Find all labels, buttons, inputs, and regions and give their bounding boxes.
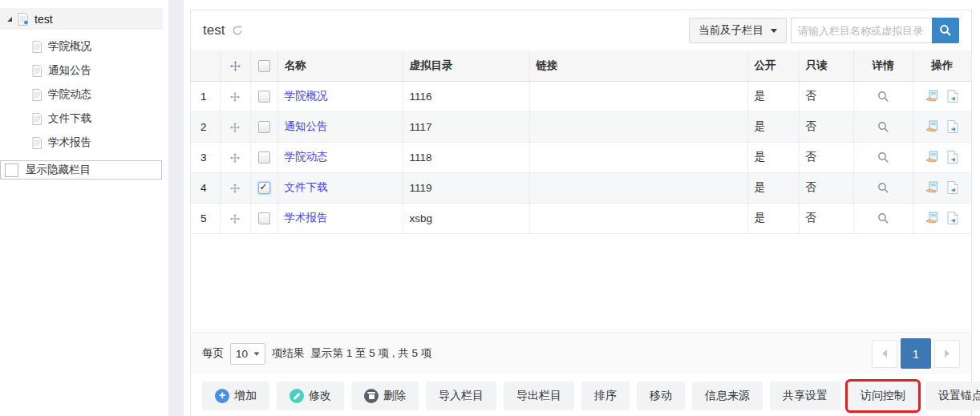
row-readonly: 否 <box>799 203 853 233</box>
publish-icon[interactable] <box>925 90 939 103</box>
table-row: 5 学术报告 xsbg 是 否 <box>191 203 971 233</box>
document-icon <box>32 65 43 77</box>
move-handle-icon <box>230 61 241 71</box>
sort-button[interactable]: 排序 <box>581 382 630 410</box>
row-link-cell <box>529 142 747 172</box>
publish-icon[interactable] <box>925 181 939 194</box>
refresh-icon[interactable] <box>232 25 243 36</box>
sidebar-item-1[interactable]: 学院概况 <box>0 34 168 59</box>
per-page-select[interactable]: 10 <box>230 343 265 365</box>
row-index: 2 <box>191 111 220 142</box>
import-columns-button[interactable]: 导入栏目 <box>426 382 496 410</box>
table-row: 4 文件下载 1119 是 否 <box>191 172 971 203</box>
search-input[interactable] <box>791 18 932 43</box>
col-header-detail: 详情 <box>853 50 913 81</box>
row-checkbox[interactable] <box>258 91 270 103</box>
page-export-icon[interactable] <box>947 181 958 194</box>
sidebar-item-5[interactable]: 学术报告 <box>0 131 168 155</box>
show-hidden-columns-toggle[interactable]: 显示隐藏栏目 <box>0 160 162 180</box>
row-readonly: 否 <box>799 111 853 142</box>
table-row: 1 学院概况 1116 是 否 <box>191 81 971 111</box>
publish-icon[interactable] <box>925 151 939 164</box>
col-header-virtual-dir: 虚拟目录 <box>403 50 529 81</box>
row-name-link[interactable]: 文件下载 <box>285 181 328 193</box>
row-move-handle[interactable] <box>220 142 250 172</box>
column-root-icon <box>18 13 29 26</box>
table-row: 3 学院动态 1118 是 否 <box>191 142 971 172</box>
sidebar-item-label: 学术报告 <box>48 135 91 150</box>
row-checkbox[interactable] <box>258 121 270 133</box>
sidebar-item-4[interactable]: 文件下载 <box>0 107 168 131</box>
row-move-handle[interactable] <box>220 81 250 111</box>
publish-icon[interactable] <box>925 120 939 133</box>
publish-icon[interactable] <box>925 212 939 224</box>
detail-magnifier-icon[interactable] <box>877 182 889 194</box>
detail-magnifier-icon[interactable] <box>877 151 889 164</box>
show-hidden-checkbox[interactable] <box>5 164 18 177</box>
row-readonly: 否 <box>799 142 853 172</box>
page-title: test <box>203 22 225 38</box>
col-header-readonly: 只读 <box>799 50 853 81</box>
move-handle-icon <box>230 184 240 193</box>
prev-arrow-icon <box>882 349 887 357</box>
page-1-button[interactable]: 1 <box>901 338 931 369</box>
tree-expand-icon[interactable] <box>7 17 12 22</box>
col-header-index <box>191 50 220 81</box>
share-settings-button[interactable]: 共享设置 <box>770 382 840 410</box>
sidebar-root-node[interactable]: test <box>0 8 163 30</box>
delete-button[interactable]: 删除 <box>351 382 419 410</box>
select-all-checkbox[interactable] <box>258 60 270 72</box>
row-name-link[interactable]: 学院动态 <box>285 151 328 163</box>
search-button[interactable] <box>932 18 959 43</box>
row-public: 是 <box>747 203 799 233</box>
move-handle-icon <box>230 92 240 102</box>
pagination-summary: 显示第 1 至 5 项 , 共 5 项 <box>311 346 432 361</box>
set-anchor-button[interactable]: 设置锚点 <box>925 382 980 410</box>
row-move-handle[interactable] <box>220 111 250 142</box>
row-link-cell <box>529 111 747 142</box>
row-name-link[interactable]: 学术报告 <box>285 212 328 224</box>
scope-dropdown[interactable]: 当前及子栏目 <box>689 18 787 43</box>
row-virtual-dir: 1119 <box>403 172 529 203</box>
page-export-icon[interactable] <box>947 90 958 103</box>
move-handle-icon <box>230 214 240 224</box>
sidebar-splitter[interactable] <box>168 0 184 416</box>
toolbar-button-label: 移动 <box>650 389 672 403</box>
row-checkbox[interactable] <box>258 212 270 224</box>
detail-magnifier-icon[interactable] <box>877 91 889 103</box>
row-public: 是 <box>747 142 799 172</box>
page-export-icon[interactable] <box>947 151 958 164</box>
row-checkbox[interactable] <box>258 182 270 194</box>
sidebar-item-3[interactable]: 学院动态 <box>0 83 168 107</box>
prev-page-button[interactable] <box>872 340 897 368</box>
toolbar-button-label: 共享设置 <box>783 389 828 403</box>
row-checkbox[interactable] <box>258 151 270 164</box>
col-header-public: 公开 <box>747 50 799 81</box>
detail-magnifier-icon[interactable] <box>877 212 889 224</box>
access-control-button[interactable]: 访问控制 <box>848 382 918 410</box>
add-button[interactable]: 增加 <box>202 382 269 410</box>
row-move-handle[interactable] <box>220 172 250 203</box>
panel-header: test 当前及子栏目 <box>191 10 971 50</box>
edit-button[interactable]: 修改 <box>277 382 344 410</box>
row-virtual-dir: 1117 <box>403 111 529 142</box>
col-header-link: 链接 <box>529 50 747 81</box>
export-columns-button[interactable]: 导出栏目 <box>504 382 574 410</box>
sidebar-item-2[interactable]: 通知公告 <box>0 59 168 83</box>
sidebar-item-label: 通知公告 <box>48 63 91 78</box>
info-source-button[interactable]: 信息来源 <box>692 382 763 410</box>
toolbar-button-label: 排序 <box>594 389 617 403</box>
page-export-icon[interactable] <box>947 212 958 224</box>
sidebar-item-label: 学院概况 <box>48 39 91 54</box>
row-name-link[interactable]: 学院概况 <box>285 90 328 102</box>
move-button[interactable]: 移动 <box>637 382 685 410</box>
row-name-link[interactable]: 通知公告 <box>285 120 328 132</box>
row-move-handle[interactable] <box>220 203 250 233</box>
toolbar-button-label: 删除 <box>383 389 406 403</box>
next-page-button[interactable] <box>934 340 960 368</box>
detail-magnifier-icon[interactable] <box>877 121 889 133</box>
show-hidden-label: 显示隐藏栏目 <box>26 163 91 177</box>
toolbar-button-label: 访问控制 <box>861 389 905 403</box>
chevron-down-icon <box>771 29 777 33</box>
page-export-icon[interactable] <box>947 120 958 133</box>
